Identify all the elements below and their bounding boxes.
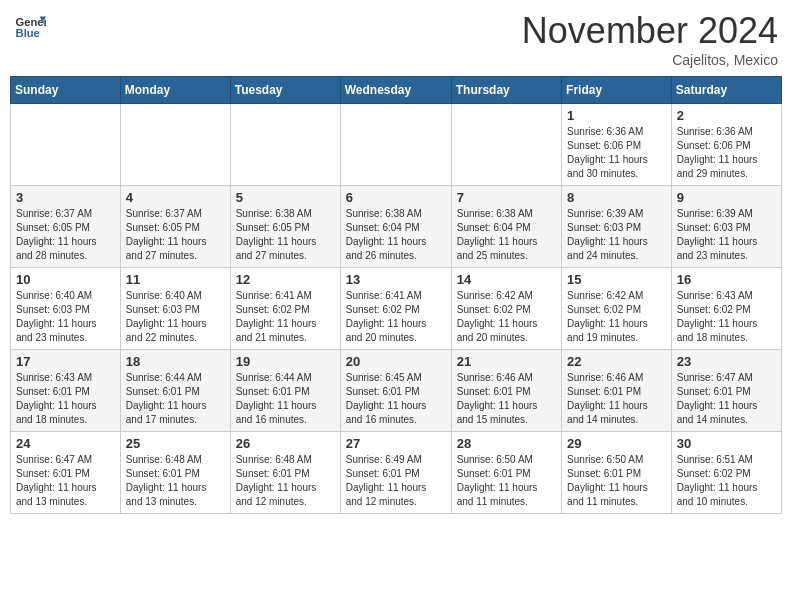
day-number: 21 [457,354,556,369]
weekday-header-sunday: Sunday [11,77,121,104]
day-number: 3 [16,190,115,205]
day-info: Sunrise: 6:36 AM Sunset: 6:06 PM Dayligh… [567,125,666,181]
week-row-1: 1Sunrise: 6:36 AM Sunset: 6:06 PM Daylig… [11,104,782,186]
day-info: Sunrise: 6:47 AM Sunset: 6:01 PM Dayligh… [16,453,115,509]
day-info: Sunrise: 6:43 AM Sunset: 6:01 PM Dayligh… [16,371,115,427]
day-number: 18 [126,354,225,369]
day-number: 10 [16,272,115,287]
day-info: Sunrise: 6:51 AM Sunset: 6:02 PM Dayligh… [677,453,776,509]
calendar-cell: 21Sunrise: 6:46 AM Sunset: 6:01 PM Dayli… [451,350,561,432]
day-info: Sunrise: 6:49 AM Sunset: 6:01 PM Dayligh… [346,453,446,509]
day-number: 2 [677,108,776,123]
calendar-cell: 3Sunrise: 6:37 AM Sunset: 6:05 PM Daylig… [11,186,121,268]
day-number: 7 [457,190,556,205]
day-number: 4 [126,190,225,205]
day-number: 11 [126,272,225,287]
day-info: Sunrise: 6:41 AM Sunset: 6:02 PM Dayligh… [346,289,446,345]
calendar-cell [120,104,230,186]
calendar-cell: 6Sunrise: 6:38 AM Sunset: 6:04 PM Daylig… [340,186,451,268]
calendar-cell: 30Sunrise: 6:51 AM Sunset: 6:02 PM Dayli… [671,432,781,514]
weekday-header-monday: Monday [120,77,230,104]
day-number: 8 [567,190,666,205]
day-number: 12 [236,272,335,287]
calendar-cell: 29Sunrise: 6:50 AM Sunset: 6:01 PM Dayli… [562,432,672,514]
day-info: Sunrise: 6:44 AM Sunset: 6:01 PM Dayligh… [236,371,335,427]
week-row-4: 17Sunrise: 6:43 AM Sunset: 6:01 PM Dayli… [11,350,782,432]
weekday-header-friday: Friday [562,77,672,104]
calendar-cell: 5Sunrise: 6:38 AM Sunset: 6:05 PM Daylig… [230,186,340,268]
weekday-header-wednesday: Wednesday [340,77,451,104]
day-info: Sunrise: 6:42 AM Sunset: 6:02 PM Dayligh… [457,289,556,345]
day-info: Sunrise: 6:38 AM Sunset: 6:05 PM Dayligh… [236,207,335,263]
day-info: Sunrise: 6:50 AM Sunset: 6:01 PM Dayligh… [567,453,666,509]
day-info: Sunrise: 6:48 AM Sunset: 6:01 PM Dayligh… [236,453,335,509]
weekday-header-saturday: Saturday [671,77,781,104]
day-number: 23 [677,354,776,369]
day-info: Sunrise: 6:40 AM Sunset: 6:03 PM Dayligh… [126,289,225,345]
day-number: 9 [677,190,776,205]
day-number: 16 [677,272,776,287]
day-info: Sunrise: 6:50 AM Sunset: 6:01 PM Dayligh… [457,453,556,509]
weekday-header-thursday: Thursday [451,77,561,104]
day-info: Sunrise: 6:36 AM Sunset: 6:06 PM Dayligh… [677,125,776,181]
calendar-cell: 7Sunrise: 6:38 AM Sunset: 6:04 PM Daylig… [451,186,561,268]
day-number: 25 [126,436,225,451]
day-number: 17 [16,354,115,369]
day-info: Sunrise: 6:39 AM Sunset: 6:03 PM Dayligh… [677,207,776,263]
calendar-table: SundayMondayTuesdayWednesdayThursdayFrid… [10,76,782,514]
title-block: November 2024 Cajelitos, Mexico [522,10,778,68]
week-row-2: 3Sunrise: 6:37 AM Sunset: 6:05 PM Daylig… [11,186,782,268]
day-info: Sunrise: 6:37 AM Sunset: 6:05 PM Dayligh… [126,207,225,263]
day-info: Sunrise: 6:46 AM Sunset: 6:01 PM Dayligh… [457,371,556,427]
day-number: 29 [567,436,666,451]
day-number: 20 [346,354,446,369]
day-number: 27 [346,436,446,451]
calendar-cell: 8Sunrise: 6:39 AM Sunset: 6:03 PM Daylig… [562,186,672,268]
calendar-cell: 11Sunrise: 6:40 AM Sunset: 6:03 PM Dayli… [120,268,230,350]
day-number: 1 [567,108,666,123]
calendar-cell: 26Sunrise: 6:48 AM Sunset: 6:01 PM Dayli… [230,432,340,514]
calendar-cell: 24Sunrise: 6:47 AM Sunset: 6:01 PM Dayli… [11,432,121,514]
calendar-cell [451,104,561,186]
calendar-cell: 12Sunrise: 6:41 AM Sunset: 6:02 PM Dayli… [230,268,340,350]
day-number: 26 [236,436,335,451]
svg-text:Blue: Blue [16,27,40,39]
day-info: Sunrise: 6:41 AM Sunset: 6:02 PM Dayligh… [236,289,335,345]
calendar-cell: 20Sunrise: 6:45 AM Sunset: 6:01 PM Dayli… [340,350,451,432]
day-info: Sunrise: 6:45 AM Sunset: 6:01 PM Dayligh… [346,371,446,427]
day-info: Sunrise: 6:46 AM Sunset: 6:01 PM Dayligh… [567,371,666,427]
location: Cajelitos, Mexico [522,52,778,68]
calendar-cell: 23Sunrise: 6:47 AM Sunset: 6:01 PM Dayli… [671,350,781,432]
day-number: 14 [457,272,556,287]
week-row-3: 10Sunrise: 6:40 AM Sunset: 6:03 PM Dayli… [11,268,782,350]
day-info: Sunrise: 6:42 AM Sunset: 6:02 PM Dayligh… [567,289,666,345]
page-header: General Blue November 2024 Cajelitos, Me… [10,10,782,68]
day-number: 30 [677,436,776,451]
day-number: 13 [346,272,446,287]
calendar-cell [230,104,340,186]
weekday-header-row: SundayMondayTuesdayWednesdayThursdayFrid… [11,77,782,104]
calendar-cell [11,104,121,186]
week-row-5: 24Sunrise: 6:47 AM Sunset: 6:01 PM Dayli… [11,432,782,514]
day-number: 6 [346,190,446,205]
calendar-cell: 28Sunrise: 6:50 AM Sunset: 6:01 PM Dayli… [451,432,561,514]
logo: General Blue [14,10,50,42]
day-info: Sunrise: 6:38 AM Sunset: 6:04 PM Dayligh… [346,207,446,263]
day-info: Sunrise: 6:40 AM Sunset: 6:03 PM Dayligh… [16,289,115,345]
month-title: November 2024 [522,10,778,52]
calendar-cell: 16Sunrise: 6:43 AM Sunset: 6:02 PM Dayli… [671,268,781,350]
calendar-cell: 13Sunrise: 6:41 AM Sunset: 6:02 PM Dayli… [340,268,451,350]
day-number: 28 [457,436,556,451]
calendar-cell: 18Sunrise: 6:44 AM Sunset: 6:01 PM Dayli… [120,350,230,432]
calendar-cell: 17Sunrise: 6:43 AM Sunset: 6:01 PM Dayli… [11,350,121,432]
day-info: Sunrise: 6:47 AM Sunset: 6:01 PM Dayligh… [677,371,776,427]
day-number: 15 [567,272,666,287]
day-info: Sunrise: 6:39 AM Sunset: 6:03 PM Dayligh… [567,207,666,263]
calendar-cell: 22Sunrise: 6:46 AM Sunset: 6:01 PM Dayli… [562,350,672,432]
calendar-cell: 19Sunrise: 6:44 AM Sunset: 6:01 PM Dayli… [230,350,340,432]
day-info: Sunrise: 6:38 AM Sunset: 6:04 PM Dayligh… [457,207,556,263]
day-number: 5 [236,190,335,205]
weekday-header-tuesday: Tuesday [230,77,340,104]
day-number: 19 [236,354,335,369]
calendar-cell: 27Sunrise: 6:49 AM Sunset: 6:01 PM Dayli… [340,432,451,514]
